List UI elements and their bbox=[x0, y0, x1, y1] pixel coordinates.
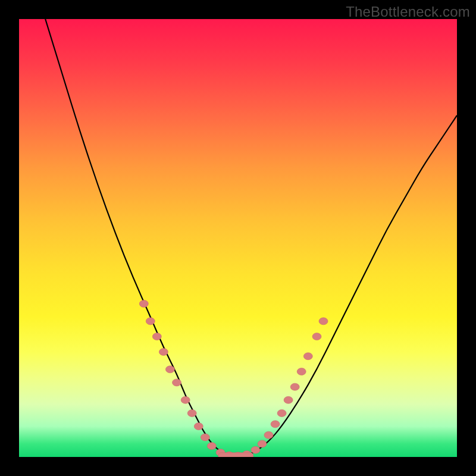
data-marker bbox=[165, 366, 174, 373]
bottleneck-curve bbox=[45, 19, 457, 456]
data-marker bbox=[284, 396, 293, 403]
flat-bottom-bar bbox=[218, 453, 253, 457]
chart-frame: TheBottleneck.com bbox=[0, 0, 476, 476]
data-marker bbox=[264, 431, 273, 439]
data-marker bbox=[181, 396, 190, 403]
chart-svg bbox=[19, 19, 457, 457]
data-marker bbox=[303, 353, 312, 360]
data-marker bbox=[297, 368, 306, 375]
data-marker bbox=[312, 333, 321, 340]
data-marker bbox=[207, 443, 216, 450]
data-marker bbox=[201, 434, 209, 441]
data-markers bbox=[139, 300, 328, 457]
data-marker bbox=[194, 423, 203, 430]
data-marker bbox=[152, 333, 161, 340]
data-marker bbox=[277, 409, 286, 416]
plot-area bbox=[19, 19, 457, 457]
data-marker bbox=[159, 348, 168, 355]
data-marker bbox=[139, 300, 148, 307]
data-marker bbox=[258, 440, 267, 447]
data-marker bbox=[146, 318, 155, 325]
data-marker bbox=[251, 446, 260, 453]
data-marker bbox=[290, 383, 299, 390]
data-marker bbox=[319, 318, 328, 325]
data-marker bbox=[271, 421, 280, 428]
data-marker bbox=[187, 409, 196, 416]
data-marker bbox=[173, 379, 181, 386]
watermark-text: TheBottleneck.com bbox=[346, 4, 470, 20]
